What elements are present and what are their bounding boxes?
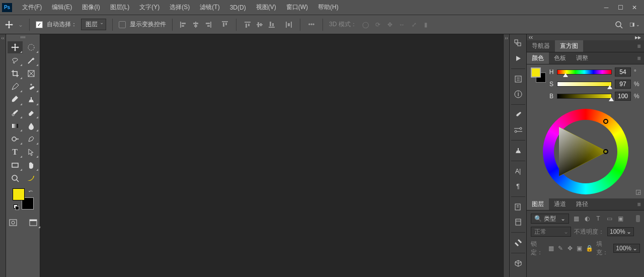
roll-3d-icon[interactable]: ⟳: [373, 20, 383, 30]
banana-tool[interactable]: [24, 172, 39, 184]
distribute-top-icon[interactable]: [243, 20, 253, 30]
adjustments-panel-icon[interactable]: [511, 236, 525, 250]
paragraph-panel-icon[interactable]: ¶: [511, 179, 525, 193]
filter-type-icon[interactable]: T: [594, 215, 602, 223]
tab-navigator[interactable]: 导航器: [527, 40, 555, 52]
lock-pixels-icon[interactable]: ▦: [548, 244, 554, 252]
hue-value-input[interactable]: 54: [615, 67, 631, 77]
eyedropper-tool[interactable]: [8, 81, 23, 93]
menu-window[interactable]: 窗口(W): [281, 3, 313, 12]
filter-pixel-icon[interactable]: ▦: [572, 215, 580, 223]
pan-3d-icon[interactable]: ✥: [385, 20, 395, 30]
brightness-value-input[interactable]: 100: [615, 92, 631, 101]
type-tool[interactable]: T: [8, 146, 23, 158]
color-wheel[interactable]: [543, 109, 628, 194]
camera-3d-icon[interactable]: ▮: [421, 20, 431, 30]
filter-adjustment-icon[interactable]: ◐: [583, 215, 591, 223]
layer-comps-panel-icon[interactable]: [511, 200, 525, 214]
color-panel-swatches[interactable]: [531, 67, 546, 83]
info-panel-icon[interactable]: i: [511, 87, 525, 101]
close-button[interactable]: ✕: [631, 4, 638, 11]
gradient-tool[interactable]: [8, 120, 23, 132]
3d-panel-icon[interactable]: [511, 256, 525, 270]
menu-type[interactable]: 文字(Y): [134, 3, 165, 12]
blend-mode-dropdown[interactable]: 正常: [531, 227, 571, 237]
magic-wand-tool[interactable]: [24, 54, 39, 66]
menu-edit[interactable]: 编辑(E): [47, 3, 77, 12]
frame-tool[interactable]: [24, 67, 39, 80]
menu-image[interactable]: 图像(I): [77, 3, 105, 12]
search-icon[interactable]: [614, 20, 624, 30]
auto-select-target-dropdown[interactable]: 图层: [81, 19, 106, 30]
tab-channels[interactable]: 通道: [549, 198, 571, 210]
healing-brush-tool[interactable]: [24, 81, 39, 93]
menu-3d[interactable]: 3D(D): [225, 4, 251, 11]
tab-histogram[interactable]: 直方图: [555, 40, 583, 52]
properties-panel-icon[interactable]: [511, 72, 525, 86]
minimize-button[interactable]: ─: [603, 4, 610, 11]
show-transform-checkbox[interactable]: [119, 21, 126, 28]
hand-tool[interactable]: [24, 159, 39, 171]
dodge-tool[interactable]: [8, 133, 23, 145]
brush-tool[interactable]: [8, 94, 23, 106]
align-center-h-icon[interactable]: [191, 20, 201, 30]
hue-slider[interactable]: [557, 70, 612, 75]
brushes-panel-icon[interactable]: [511, 123, 525, 137]
history-panel-icon[interactable]: [511, 36, 525, 50]
swap-colors-icon[interactable]: ⤺: [29, 188, 33, 194]
menu-view[interactable]: 视图(V): [251, 3, 281, 12]
lock-all-icon[interactable]: 🔒: [586, 244, 593, 252]
lock-artboard-icon[interactable]: ▣: [576, 244, 583, 252]
tab-adjustments[interactable]: 调整: [571, 52, 593, 64]
filter-toggle-switch[interactable]: [636, 215, 640, 222]
auto-select-checkbox[interactable]: ✓: [36, 21, 43, 28]
lock-brush-icon[interactable]: ✎: [557, 244, 564, 252]
orbit-3d-icon[interactable]: ◯: [361, 20, 371, 30]
foreground-color-swatch[interactable]: [13, 188, 25, 200]
rectangle-tool[interactable]: [8, 159, 23, 171]
fill-value-input[interactable]: 100%⌄: [613, 244, 640, 253]
saturation-slider[interactable]: [557, 82, 612, 87]
brush-settings-panel-icon[interactable]: [511, 108, 525, 122]
more-options-icon[interactable]: •••: [306, 20, 316, 30]
workspace-switcher-icon[interactable]: ⌄: [630, 20, 640, 30]
slide-3d-icon[interactable]: ↔: [397, 20, 407, 30]
collapse-toolbox-button[interactable]: ‹‹: [0, 34, 6, 277]
layers-panel-menu-icon[interactable]: ≡: [634, 198, 644, 210]
saturation-value-input[interactable]: 97: [615, 80, 631, 89]
menu-select[interactable]: 选择(S): [165, 3, 195, 12]
canvas-area[interactable]: [40, 34, 503, 277]
opacity-value-input[interactable]: 100%⌄: [607, 227, 634, 236]
align-top-icon[interactable]: [220, 20, 230, 30]
move-tool[interactable]: [8, 41, 23, 53]
character-panel-icon[interactable]: A|: [511, 164, 525, 178]
tab-paths[interactable]: 路径: [571, 198, 593, 210]
blur-tool[interactable]: [24, 120, 39, 132]
history-brush-tool[interactable]: [8, 107, 23, 119]
eraser-tool[interactable]: [24, 107, 39, 119]
clone-stamp-tool[interactable]: [24, 94, 39, 106]
panel-dock-collapse[interactable]: ‹‹▸▸: [527, 34, 644, 40]
tab-swatches[interactable]: 色板: [549, 52, 571, 64]
tab-color[interactable]: 颜色: [527, 52, 549, 64]
quick-mask-icon[interactable]: [6, 217, 21, 229]
zoom-tool[interactable]: [8, 172, 23, 184]
align-left-icon[interactable]: [179, 20, 189, 30]
menu-filter[interactable]: 滤镜(T): [195, 3, 224, 12]
triangle-marker[interactable]: [603, 149, 608, 154]
pen-tool[interactable]: [24, 133, 39, 145]
collapse-iconbar-button[interactable]: ››: [503, 34, 509, 277]
color-swatches[interactable]: ⤺: [13, 188, 34, 210]
align-right-icon[interactable]: [203, 20, 213, 30]
lasso-tool[interactable]: [8, 54, 23, 66]
distribute-left-icon[interactable]: [284, 20, 294, 30]
filter-smart-icon[interactable]: ▣: [616, 215, 624, 223]
default-colors-icon[interactable]: [14, 204, 19, 210]
distribute-bottom-icon[interactable]: [267, 20, 277, 30]
screen-mode-icon[interactable]: [26, 217, 41, 229]
marquee-tool[interactable]: [24, 41, 39, 53]
layer-filter-dropdown[interactable]: 🔍 类型 ⌄: [531, 214, 569, 224]
menu-layer[interactable]: 图层(L): [105, 3, 135, 12]
menu-file[interactable]: 文件(F): [17, 3, 47, 12]
menu-help[interactable]: 帮助(H): [313, 3, 344, 12]
